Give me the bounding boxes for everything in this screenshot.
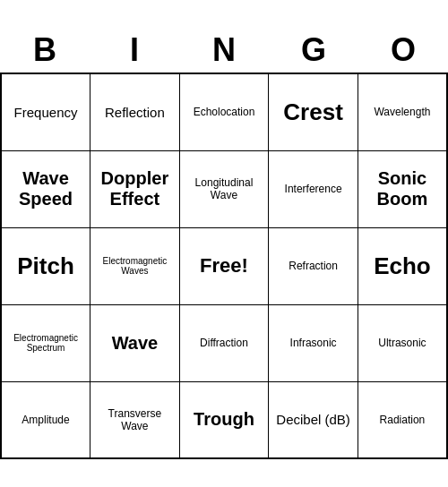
table-row: AmplitudeTransverse WaveTroughDecibel (d…: [1, 381, 447, 458]
bingo-header-letter: G: [269, 28, 358, 73]
bingo-header-letter: N: [179, 28, 269, 73]
cell-text: Sonic Boom: [362, 168, 443, 209]
bingo-cell: Ultrasonic: [358, 304, 447, 381]
cell-text: Interference: [285, 183, 342, 195]
bingo-header: BINGO: [0, 28, 448, 73]
bingo-cell: Interference: [269, 150, 358, 227]
cell-text: Trough: [194, 409, 254, 430]
bingo-grid: FrequencyReflectionEcholocationCrestWave…: [0, 73, 448, 459]
cell-text: Diffraction: [200, 337, 248, 349]
cell-text: Radiation: [380, 414, 426, 426]
bingo-cell: Crest: [269, 73, 358, 150]
cell-text: Wave: [112, 333, 159, 354]
bingo-cell: Reflection: [90, 73, 180, 150]
bingo-header-letter: I: [90, 28, 179, 73]
bingo-cell: Refraction: [269, 227, 358, 304]
cell-text: Electromagnetic Spectrum: [5, 333, 86, 353]
bingo-cell: Wave: [90, 304, 180, 381]
bingo-cell: Doppler Effect: [90, 150, 180, 227]
bingo-cell: Trough: [179, 381, 269, 458]
cell-text: Free!: [200, 254, 248, 278]
table-row: Wave SpeedDoppler EffectLongitudinal Wav…: [1, 150, 447, 227]
cell-text: Crest: [283, 98, 342, 126]
bingo-cell: Wave Speed: [1, 150, 90, 227]
cell-text: Infrasonic: [290, 337, 337, 349]
bingo-header-letter: O: [358, 28, 448, 73]
cell-text: Wave Speed: [5, 168, 86, 209]
cell-text: Pitch: [17, 252, 74, 280]
cell-text: Electromagnetic Waves: [94, 256, 176, 276]
cell-text: Reflection: [105, 105, 165, 120]
bingo-cell: Frequency: [1, 73, 90, 150]
bingo-cell: Infrasonic: [269, 304, 358, 381]
cell-text: Refraction: [289, 260, 338, 272]
bingo-cell: Transverse Wave: [90, 381, 180, 458]
bingo-cell: Free!: [179, 227, 269, 304]
bingo-cell: Amplitude: [1, 381, 90, 458]
cell-text: Doppler Effect: [94, 168, 176, 209]
bingo-cell: Diffraction: [179, 304, 269, 381]
table-row: Electromagnetic SpectrumWaveDiffractionI…: [1, 304, 447, 381]
cell-text: Echo: [374, 252, 431, 280]
bingo-cell: Longitudinal Wave: [179, 150, 269, 227]
cell-text: Frequency: [14, 105, 78, 120]
bingo-cell: Echo: [358, 227, 447, 304]
bingo-cell: Decibel (dB): [269, 381, 358, 458]
bingo-cell: Pitch: [1, 227, 90, 304]
table-row: PitchElectromagnetic WavesFree!Refractio…: [1, 227, 447, 304]
cell-text: Ultrasonic: [378, 337, 426, 349]
cell-text: Echolocation: [194, 106, 255, 118]
cell-text: Amplitude: [22, 414, 69, 426]
cell-text: Wavelength: [374, 106, 430, 118]
bingo-cell: Echolocation: [179, 73, 269, 150]
bingo-cell: Wavelength: [358, 73, 447, 150]
bingo-cell: Electromagnetic Spectrum: [1, 304, 90, 381]
bingo-header-letter: B: [0, 28, 90, 73]
cell-text: Decibel (dB): [276, 412, 350, 427]
bingo-cell: Electromagnetic Waves: [90, 227, 180, 304]
cell-text: Longitudinal Wave: [184, 176, 265, 201]
bingo-cell: Sonic Boom: [358, 150, 447, 227]
bingo-card: BINGO FrequencyReflectionEcholocationCre…: [0, 28, 448, 459]
bingo-cell: Radiation: [358, 381, 447, 458]
cell-text: Transverse Wave: [94, 407, 176, 432]
table-row: FrequencyReflectionEcholocationCrestWave…: [1, 73, 447, 150]
